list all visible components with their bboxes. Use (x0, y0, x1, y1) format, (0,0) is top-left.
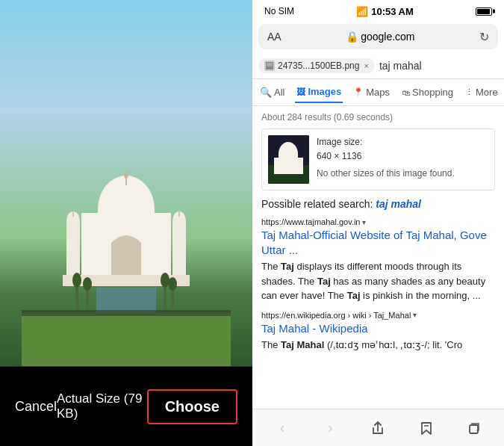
search-tab-icon: 🔍 (260, 87, 272, 98)
tabs-button[interactable] (459, 413, 489, 443)
time-label: 📶 10:53 AM (356, 6, 414, 17)
maps-tab-icon: 📍 (353, 87, 364, 97)
search-result-2: https://en.wikipedia.org › wiki › Taj_Ma… (261, 311, 495, 353)
svg-point-16 (83, 277, 92, 291)
forward-button[interactable]: › (315, 413, 345, 443)
svg-point-14 (72, 273, 81, 288)
image-info-box: Image size: 640 × 1136 No other sizes of… (261, 128, 495, 191)
result-1-snippet: The Taj displays its different moods thr… (261, 259, 495, 303)
image-thumbnail (268, 135, 309, 184)
shopping-tab-icon: 🛍 (402, 88, 410, 97)
tab-more[interactable]: ⋮ More (464, 82, 500, 102)
svg-rect-1 (98, 208, 155, 214)
filter-tabs: 🔍 All 🖼 Images 📍 Maps 🛍 Shopping ⋮ More (252, 79, 504, 106)
battery-icon (476, 7, 492, 16)
tag-filename: 24735...1500EB.png (278, 61, 359, 71)
image-dimensions: 640 × 1136 (317, 149, 455, 164)
related-search-prefix: Possible related search: (261, 198, 373, 210)
battery-indicator (476, 7, 492, 16)
browser-bottom-nav: ‹ › (252, 409, 504, 446)
left-panel: Cancel Actual Size (79 KB) Choose (0, 0, 252, 446)
result-2-dropdown-icon[interactable]: ▾ (413, 311, 417, 319)
refresh-button[interactable]: ↻ (479, 30, 489, 44)
svg-rect-21 (22, 312, 231, 366)
battery-fill (477, 9, 490, 14)
image-search-tag[interactable]: 24735...1500EB.png × (258, 58, 375, 73)
url-display: 🔒 google.com (346, 31, 414, 43)
actual-size-button[interactable]: Actual Size (79 KB) (57, 391, 147, 421)
carrier-label: No SIM (264, 6, 294, 16)
back-button[interactable]: ‹ (267, 413, 297, 443)
result-2-url: https://en.wikipedia.org › wiki › Taj_Ma… (261, 311, 495, 320)
image-picker-bottom-bar: Cancel Actual Size (79 KB) Choose (0, 366, 252, 446)
result-1-dropdown-icon[interactable]: ▾ (362, 218, 366, 226)
search-bar: 24735...1500EB.png × taj mahal (252, 52, 504, 79)
tag-img-icon (266, 62, 273, 69)
size-label: Image size: (317, 135, 455, 149)
image-meta: Image size: 640 × 1136 No other sizes of… (317, 135, 455, 184)
svg-rect-19 (171, 288, 174, 309)
back-icon: ‹ (280, 419, 285, 436)
svg-point-20 (168, 277, 177, 291)
search-results-area: About 284 results (0.69 seconds) Image s… (252, 106, 504, 409)
forward-icon: › (328, 419, 333, 436)
svg-rect-15 (86, 288, 89, 309)
search-query-text: taj mahal (379, 60, 498, 72)
result-1-title[interactable]: Taj Mahal-Official Website of Taj Mahal,… (261, 228, 495, 257)
svg-rect-31 (470, 425, 478, 433)
tab-all[interactable]: 🔍 All (258, 82, 286, 102)
results-count: About 284 results (0.69 seconds) (261, 112, 495, 123)
remove-tag-button[interactable]: × (364, 61, 368, 70)
lock-icon: 🔒 (346, 31, 358, 43)
result-2-snippet: The Taj Mahal (/ˌtɑːdʒ məˈhɑːl, ˌtɑːʒ-/;… (261, 338, 495, 353)
wifi-icon: 📶 (356, 6, 368, 17)
search-result-1: https://www.tajmahal.gov.in ▾ Taj Mahal-… (261, 217, 495, 303)
bookmarks-icon (419, 421, 434, 436)
tabs-icon (467, 421, 482, 436)
taj-image (0, 0, 252, 366)
svg-rect-13 (75, 284, 78, 310)
image-tag-icon (264, 61, 275, 71)
taj-mahal-illustration (22, 127, 231, 366)
more-tab-icon: ⋮ (465, 87, 473, 97)
cancel-button[interactable]: Cancel (15, 399, 57, 415)
svg-rect-17 (164, 284, 167, 310)
share-icon (370, 421, 385, 436)
status-bar: No SIM 📶 10:53 AM (252, 0, 504, 21)
svg-rect-24 (267, 63, 273, 66)
thumb-svg (268, 135, 309, 184)
share-button[interactable] (363, 413, 393, 443)
tab-images[interactable]: 🖼 Images (295, 81, 343, 103)
svg-rect-29 (274, 158, 303, 174)
right-panel: No SIM 📶 10:53 AM AA 🔒 google.com ↻ (252, 0, 504, 446)
related-search: Possible related search: taj mahal (261, 198, 495, 210)
choose-button[interactable]: Choose (147, 389, 237, 424)
svg-rect-28 (279, 153, 298, 158)
tab-shopping[interactable]: 🛍 Shopping (400, 82, 455, 102)
tab-maps[interactable]: 📍 Maps (352, 82, 391, 102)
related-search-link[interactable]: taj mahal (376, 198, 421, 210)
no-other-sizes: No other sizes of this image found. (317, 167, 455, 181)
svg-point-3 (124, 171, 128, 179)
svg-rect-22 (22, 310, 231, 316)
text-size-button[interactable]: AA (267, 31, 281, 43)
url-bar[interactable]: AA 🔒 google.com ↻ (258, 24, 498, 49)
result-2-title[interactable]: Taj Mahal - Wikipedia (261, 321, 495, 336)
result-1-url: https://www.tajmahal.gov.in ▾ (261, 217, 495, 226)
bookmarks-button[interactable] (411, 413, 441, 443)
images-tab-icon: 🖼 (296, 87, 305, 97)
